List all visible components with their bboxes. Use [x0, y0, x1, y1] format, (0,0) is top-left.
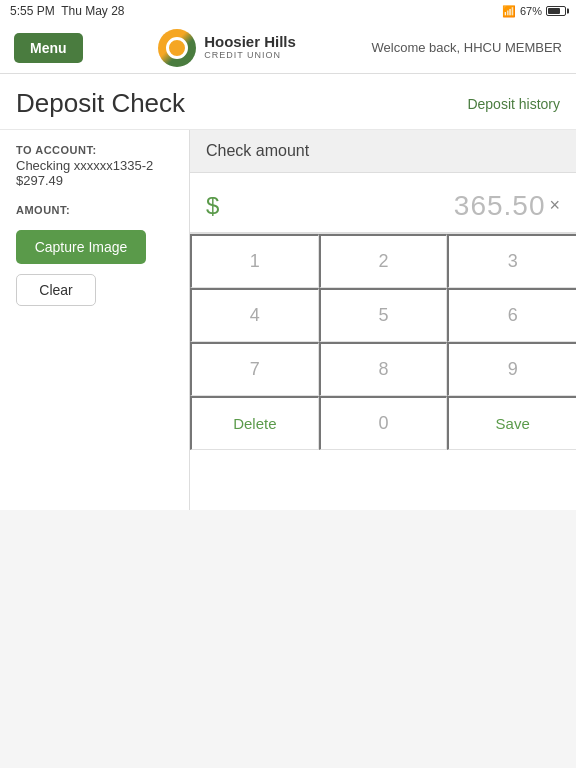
delete-key[interactable]: Delete	[190, 396, 319, 450]
capture-image-button[interactable]: Capture Image	[16, 230, 146, 264]
to-account-value: Checking xxxxxx1335-2 $297.49	[16, 158, 173, 188]
right-panel: Check amount $ 365.50 × 123456789Delete0…	[190, 130, 576, 510]
brand-sub: Credit Union	[204, 51, 296, 61]
brand-name: Hoosier Hills	[204, 34, 296, 51]
save-key[interactable]: Save	[447, 396, 576, 450]
battery-icon	[546, 6, 566, 16]
amount-value: 365.50	[227, 190, 545, 222]
dollar-sign: $	[206, 192, 219, 220]
clear-amount-button[interactable]: ×	[549, 195, 560, 216]
digit-4-key[interactable]: 4	[190, 288, 319, 342]
digit-3-key[interactable]: 3	[447, 234, 576, 288]
digit-2-key[interactable]: 2	[319, 234, 448, 288]
keypad: 123456789Delete0Save	[190, 233, 576, 450]
page-title: Deposit Check	[16, 88, 185, 119]
digit-5-key[interactable]: 5	[319, 288, 448, 342]
main-content: TO ACCOUNT: Checking xxxxxx1335-2 $297.4…	[0, 130, 576, 510]
left-panel: TO ACCOUNT: Checking xxxxxx1335-2 $297.4…	[0, 130, 190, 510]
brand-text: Hoosier Hills Credit Union	[204, 34, 296, 60]
logo-area: Hoosier Hills Credit Union	[158, 29, 296, 67]
menu-button[interactable]: Menu	[14, 33, 83, 63]
digit-7-key[interactable]: 7	[190, 342, 319, 396]
logo-icon	[158, 29, 196, 67]
status-indicators: 📶 67%	[502, 5, 566, 18]
amount-label: AMOUNT:	[16, 204, 173, 216]
deposit-history-link[interactable]: Deposit history	[467, 96, 560, 112]
digit-8-key[interactable]: 8	[319, 342, 448, 396]
clear-button[interactable]: Clear	[16, 274, 96, 306]
status-bar: 5:55 PM Thu May 28 📶 67%	[0, 0, 576, 22]
signal-icon: 📶	[502, 5, 516, 18]
amount-display: $ 365.50 ×	[190, 173, 576, 233]
to-account-label: TO ACCOUNT:	[16, 144, 173, 156]
battery-text: 67%	[520, 5, 542, 17]
digit-6-key[interactable]: 6	[447, 288, 576, 342]
welcome-message: Welcome back, HHCU MEMBER	[372, 40, 562, 55]
page-header: Deposit Check Deposit history	[0, 74, 576, 130]
check-amount-header: Check amount	[190, 130, 576, 173]
navbar: Menu Hoosier Hills Credit Union Welcome …	[0, 22, 576, 74]
digit-1-key[interactable]: 1	[190, 234, 319, 288]
status-time-date: 5:55 PM Thu May 28	[10, 4, 125, 18]
digit-0-key[interactable]: 0	[319, 396, 448, 450]
digit-9-key[interactable]: 9	[447, 342, 576, 396]
